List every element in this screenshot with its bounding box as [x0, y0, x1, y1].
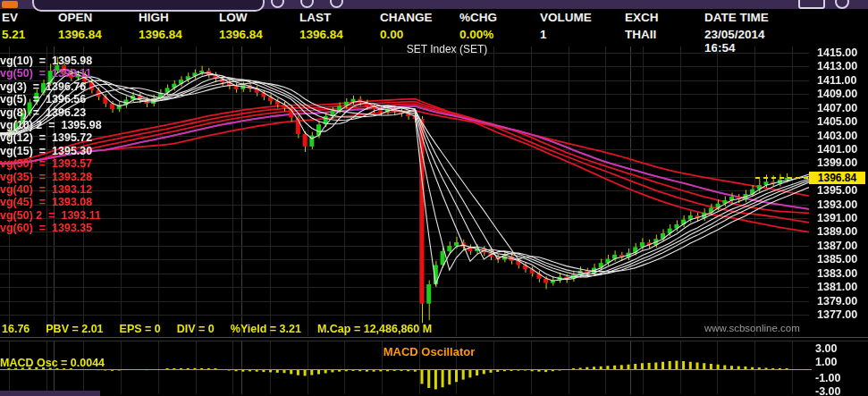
ma-value: 1396.23	[46, 106, 86, 119]
ma-value: 1395.30	[52, 145, 92, 157]
fundamentals-stats-row: 16.76PBV = 2.01EPS = 0DIV = 0%Yield = 3.…	[2, 323, 432, 335]
ma-value: 1393.35	[52, 222, 92, 234]
ma-value: 1396.76	[46, 80, 86, 93]
trading-terminal: EV5.21OPEN1396.84HIGH1396.84LOW1396.84LA…	[0, 0, 868, 396]
ma-legend-row: vg(50) 2 = 1393.11	[0, 209, 101, 222]
price-tick: 1405.00	[817, 115, 868, 128]
ma-name: vg(50)	[0, 67, 33, 80]
price-tick: 1387.00	[817, 240, 868, 252]
ma-legend-row: vg(10) 2 = 1395.98	[0, 119, 102, 131]
toolbar-icon-1[interactable]	[271, 0, 284, 8]
ma-value: 1395.98	[52, 55, 92, 67]
price-tick: 1385.00	[817, 253, 868, 265]
price-tick: 1377.00	[817, 308, 868, 321]
ma-value: 1393.08	[52, 196, 92, 208]
ma-name: vg(8)	[0, 106, 27, 119]
macd-tick: -3.00	[815, 385, 855, 396]
watermark: www.scbsonline.com	[704, 323, 800, 333]
price-tick: 1411.00	[817, 74, 868, 87]
price-tick: 1395.00	[817, 184, 868, 197]
ma-name: vg(15)	[0, 145, 33, 157]
pane-separator-inner	[0, 341, 868, 341]
chart-title: SET Index (SET)	[375, 43, 518, 55]
address-bar[interactable]	[32, 0, 265, 12]
ma-legend-row: vg(8) = 1396.23	[0, 106, 86, 119]
ma-value: 1395.98	[61, 119, 101, 131]
ma-legend-row: vg(15) = 1395.30	[0, 145, 92, 157]
price-tick: 1391.00	[817, 212, 868, 224]
equals-sign: =	[33, 171, 52, 183]
toolbar-icon-3[interactable]	[330, 0, 343, 8]
equals-sign: =	[33, 67, 52, 80]
ma-legend-row: vg(40) = 1393.12	[0, 183, 92, 196]
ma-legend-row: vg(12) = 1395.72	[0, 131, 92, 144]
ma-legend-row: vg(35) = 1393.28	[0, 171, 92, 183]
ma-name: vg(40)	[0, 183, 33, 196]
stat-item: M.Cap = 12,486,860 M	[317, 323, 432, 335]
price-tick: 1383.00	[817, 267, 868, 280]
menu-icon[interactable]	[835, 0, 849, 9]
stat-item: DIV = 0	[177, 323, 215, 335]
ma-value: 1396.56	[46, 93, 86, 105]
price-tick: 1409.00	[817, 88, 868, 100]
macd-pane-title: MACD Oscillator	[358, 345, 501, 358]
stat-item: EPS = 0	[120, 323, 161, 335]
toolbar-icon-2[interactable]	[300, 0, 314, 8]
ma-name: vg(50) 2	[0, 209, 42, 222]
equals-sign: =	[33, 157, 52, 170]
ma-name: vg(10) 2	[0, 119, 42, 131]
equals-sign: =	[27, 93, 46, 105]
ma-value: 1393.28	[52, 171, 92, 183]
taskbar-fragment	[0, 391, 100, 396]
ma-legend-row: vg(50) = 1393.11	[0, 67, 92, 80]
ma-value: 1393.11	[61, 209, 101, 222]
ma-legend-row: vg(60) = 1393.35	[0, 222, 92, 234]
ma-legend-row: vg(3) = 1396.76	[0, 80, 86, 93]
window-control-icon[interactable]	[798, 0, 825, 9]
stat-item: 16.76	[2, 323, 29, 335]
ma-name: vg(35)	[0, 171, 33, 183]
price-tick: 1401.00	[817, 143, 868, 156]
ma-name: vg(10)	[0, 55, 33, 67]
ma-value: 1393.57	[52, 157, 92, 170]
price-tick: 1381.00	[817, 281, 868, 293]
stat-item: %Yield = 3.21	[231, 323, 301, 335]
ma-name: vg(3)	[0, 80, 27, 93]
stat-item: PBV = 2.01	[46, 323, 103, 335]
macd-tick: 3.00	[815, 342, 855, 355]
pane-separator	[0, 337, 868, 338]
ma-legend-row: vg(30) = 1393.57	[0, 157, 92, 170]
ma-legend-row: vg(5) = 1396.56	[0, 93, 86, 105]
price-tick: 1389.00	[817, 225, 868, 238]
ma-name: vg(30)	[0, 157, 33, 170]
browser-topbar	[0, 0, 868, 9]
macd-tick: 1.00	[815, 356, 855, 368]
macd-value-label: MACD Osc = 0.0044	[0, 357, 105, 369]
equals-sign: =	[27, 106, 46, 119]
app-logo-icon[interactable]	[2, 1, 18, 8]
ma-name: vg(5)	[0, 93, 27, 105]
equals-sign: =	[33, 183, 52, 196]
equals-sign: =	[42, 119, 61, 131]
ma-name: vg(45)	[0, 196, 33, 208]
equals-sign: =	[27, 80, 46, 93]
equals-sign: =	[33, 222, 52, 234]
price-tick: 1399.00	[817, 156, 868, 169]
price-tick: 1407.00	[817, 102, 868, 114]
ma-name: vg(60)	[0, 222, 33, 234]
equals-sign: =	[33, 196, 52, 208]
price-tick: 1393.00	[817, 198, 868, 211]
ma-value: 1393.12	[52, 183, 92, 196]
price-tick: 1403.00	[817, 130, 868, 142]
macd-tick: -1.00	[815, 372, 855, 384]
price-tick: 1379.00	[817, 295, 868, 308]
ma-legend-row: vg(45) = 1393.08	[0, 196, 92, 208]
equals-sign: =	[33, 55, 52, 67]
ma-legend-row: vg(10) = 1395.98	[0, 55, 92, 67]
ma-name: vg(12)	[0, 131, 33, 144]
equals-sign: =	[33, 131, 52, 144]
ma-value: 1395.72	[52, 131, 92, 144]
price-tick: 1413.00	[817, 60, 868, 72]
price-tick: 1415.00	[817, 46, 868, 59]
equals-sign: =	[42, 209, 61, 222]
